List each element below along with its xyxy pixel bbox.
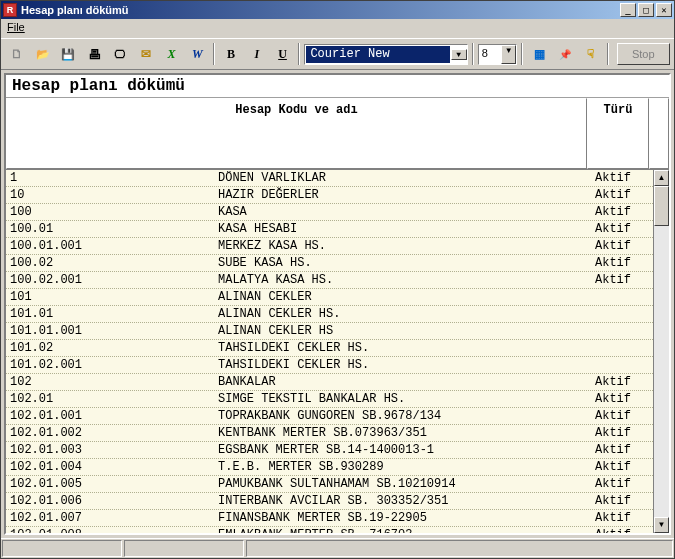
hand-icon (587, 47, 594, 61)
bold-icon (227, 47, 235, 62)
column-header-spacer (649, 98, 669, 169)
cell-type (591, 357, 653, 373)
table-row[interactable]: 101.02TAHSILDEKI CEKLER HS. (6, 340, 653, 357)
cell-type: Aktif (591, 459, 653, 475)
print-icon (88, 47, 101, 62)
cell-type: Aktif (591, 272, 653, 288)
table-row[interactable]: 1DÖNEN VARLIKLARAktif (6, 170, 653, 187)
menubar: File (1, 19, 674, 38)
report-title: Hesap planı dökümü (6, 75, 669, 98)
cell-name: TAHSILDEKI CEKLER HS. (218, 340, 591, 356)
minimize-button[interactable]: _ (620, 3, 636, 17)
cell-type: Aktif (591, 527, 653, 533)
table-row[interactable]: 101ALINAN CEKLER (6, 289, 653, 306)
table-row[interactable]: 102.01.002KENTBANK MERTER SB.073963/351A… (6, 425, 653, 442)
preview-button[interactable] (108, 43, 132, 65)
cell-type: Aktif (591, 510, 653, 526)
table-row[interactable]: 102.01.003EGSBANK MERTER SB.14-1400013-1… (6, 442, 653, 459)
separator (213, 43, 215, 65)
underline-button[interactable] (271, 43, 295, 65)
scroll-thumb[interactable] (654, 186, 669, 226)
scroll-down-button[interactable]: ▼ (654, 517, 669, 533)
cell-type (591, 340, 653, 356)
font-combo[interactable]: Courier New ▼ (304, 44, 467, 65)
mail-button[interactable] (134, 43, 158, 65)
word-button[interactable] (185, 43, 209, 65)
table-row[interactable]: 102.01.004T.E.B. MERTER SB.930289Aktif (6, 459, 653, 476)
table-row[interactable]: 102.01.008EMLAKBANK MERTER SB. 716703Akt… (6, 527, 653, 533)
table-row[interactable]: 102BANKALARAktif (6, 374, 653, 391)
cell-code: 100.02.001 (6, 272, 218, 288)
cell-code: 101.01 (6, 306, 218, 322)
cell-code: 102.01.003 (6, 442, 218, 458)
table-row[interactable]: 102.01.007FINANSBANK MERTER SB.19-22905A… (6, 510, 653, 527)
cell-name: BANKALAR (218, 374, 591, 390)
window: R Hesap planı dökümü _ □ ✕ File Courier … (0, 0, 675, 559)
cell-name: KASA HESABI (218, 221, 591, 237)
size-combo-value: 8 (479, 45, 502, 64)
maximize-button[interactable]: □ (638, 3, 654, 17)
column-header-code-name[interactable]: Hesap Kodu ve adı (6, 98, 587, 169)
stop-button[interactable]: Stop (617, 43, 670, 65)
cell-code: 100.02 (6, 255, 218, 271)
cell-name: SUBE KASA HS. (218, 255, 591, 271)
table-row[interactable]: 102.01.005PAMUKBANK SULTANHAMAM SB.10210… (6, 476, 653, 493)
column-header-type[interactable]: Türü (587, 98, 649, 169)
separator (472, 43, 474, 65)
size-combo[interactable]: 8 ▼ (478, 44, 518, 65)
pin-button[interactable] (553, 43, 577, 65)
cell-code: 102.01.008 (6, 527, 218, 533)
cell-code: 102.01.006 (6, 493, 218, 509)
cell-name: SIMGE TEKSTIL BANKALAR HS. (218, 391, 591, 407)
close-button[interactable]: ✕ (656, 3, 672, 17)
chevron-down-icon[interactable]: ▼ (451, 49, 467, 60)
app-icon: R (3, 3, 17, 17)
table-row[interactable]: 102.01.001TOPRAKBANK GUNGOREN SB.9678/13… (6, 408, 653, 425)
bold-button[interactable] (219, 43, 243, 65)
hand-button[interactable] (579, 43, 603, 65)
cell-code: 101 (6, 289, 218, 305)
table-row[interactable]: 101.02.001TAHSILDEKI CEKLER HS. (6, 357, 653, 374)
cell-name: INTERBANK AVCILAR SB. 303352/351 (218, 493, 591, 509)
cell-code: 102.01.005 (6, 476, 218, 492)
table-row[interactable]: 100KASAAktif (6, 204, 653, 221)
excel-button[interactable] (160, 43, 184, 65)
cell-type: Aktif (591, 442, 653, 458)
vertical-scrollbar[interactable]: ▲ ▼ (653, 170, 669, 533)
cell-code: 100 (6, 204, 218, 220)
cell-type (591, 323, 653, 339)
grid-button[interactable] (527, 43, 551, 65)
cell-name: TOPRAKBANK GUNGOREN SB.9678/134 (218, 408, 591, 424)
open-button[interactable] (31, 43, 55, 65)
cell-name: PAMUKBANK SULTANHAMAM SB.10210914 (218, 476, 591, 492)
cell-code: 100.01 (6, 221, 218, 237)
titlebar[interactable]: R Hesap planı dökümü _ □ ✕ (1, 1, 674, 19)
table-row[interactable]: 100.02SUBE KASA HS.Aktif (6, 255, 653, 272)
italic-button[interactable] (245, 43, 269, 65)
save-button[interactable] (57, 43, 81, 65)
cell-type: Aktif (591, 238, 653, 254)
table-row[interactable]: 100.01KASA HESABIAktif (6, 221, 653, 238)
chevron-down-icon[interactable]: ▼ (501, 45, 516, 64)
new-button[interactable] (5, 43, 29, 65)
table-row[interactable]: 101.01ALINAN CEKLER HS. (6, 306, 653, 323)
preview-icon (114, 47, 125, 61)
excel-icon (167, 47, 175, 62)
table-row[interactable]: 101.01.001ALINAN CEKLER HS (6, 323, 653, 340)
print-button[interactable] (82, 43, 106, 65)
scroll-up-button[interactable]: ▲ (654, 170, 669, 186)
table-row[interactable]: 100.02.001MALATYA KASA HS.Aktif (6, 272, 653, 289)
separator (607, 43, 609, 65)
table-row[interactable]: 102.01SIMGE TEKSTIL BANKALAR HS.Aktif (6, 391, 653, 408)
menu-file[interactable]: File (7, 21, 25, 33)
table-row[interactable]: 100.01.001MERKEZ KASA HS.Aktif (6, 238, 653, 255)
cell-code: 100.01.001 (6, 238, 218, 254)
table-row[interactable]: 102.01.006INTERBANK AVCILAR SB. 303352/3… (6, 493, 653, 510)
scroll-track[interactable] (654, 186, 669, 517)
rows-container: 1DÖNEN VARLIKLARAktif10HAZIR DEĞERLERAkt… (6, 170, 653, 533)
cell-type: Aktif (591, 476, 653, 492)
new-icon (11, 47, 23, 61)
table-row[interactable]: 10HAZIR DEĞERLERAktif (6, 187, 653, 204)
cell-code: 102.01.004 (6, 459, 218, 475)
cell-type: Aktif (591, 374, 653, 390)
